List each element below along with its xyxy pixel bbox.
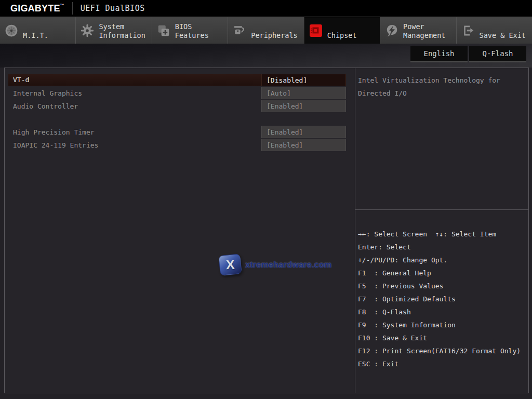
setting-value[interactable]: [Enabled] (261, 100, 346, 112)
tab-bar: M.I.T. SystemInformation BIOSFeatures Pe… (0, 17, 532, 44)
legend-line: ESC : Exit (358, 357, 528, 370)
xtremehardware-logo-icon: X (218, 254, 242, 276)
tab-chipset[interactable]: Chipset (304, 17, 380, 44)
setting-label: IOAPIC 24-119 Entries (8, 139, 261, 151)
tab-system-information[interactable]: SystemInformation (75, 17, 151, 44)
topbar-divider (72, 2, 73, 15)
setting-label: Audio Controller (8, 100, 261, 112)
tab-label: Save & Exit (480, 19, 526, 42)
item-help-text: Intel Virtualization Technology for Dire… (355, 68, 528, 100)
legend-line: F5 : Previous Values (358, 280, 528, 292)
tab-label: M.I.T. (23, 19, 48, 42)
setting-row-vt-d[interactable]: VT-d [Disabled] (8, 74, 346, 86)
setting-row-internal-graphics[interactable]: Internal Graphics [Auto] (8, 87, 346, 99)
tab-label: Chipset (327, 19, 357, 42)
help-sidebar: Intel Virtualization Technology for Dire… (355, 68, 528, 393)
quick-buttons: English Q-Flash (410, 46, 526, 62)
watermark-text: xtremehardware.com (245, 260, 331, 270)
gear-icon (81, 24, 94, 37)
bios-chips-plus-icon (157, 24, 170, 37)
tab-label: SystemInformation (99, 19, 145, 42)
legend-line: F7 : Optimized Defaults (358, 292, 528, 305)
legend-line: F10 : Save & Exit (358, 331, 528, 344)
qflash-button[interactable]: Q-Flash (469, 46, 526, 62)
legend-line: F8 : Q-Flash (358, 305, 528, 318)
chipset-red-chip-icon (309, 24, 323, 37)
tab-label: BIOSFeatures (175, 19, 209, 42)
legend-line: Enter: Select (358, 241, 528, 254)
main-panel: VT-d [Disabled] Internal Graphics [Auto]… (4, 68, 529, 393)
peripherals-mouse-icon (233, 24, 246, 37)
bios-screen: GIGABYTE™ UEFI DualBIOS M.I.T. SystemInf… (0, 0, 532, 399)
legend-line: F12 : Print Screen(FAT16/32 Format Only) (358, 344, 528, 357)
help-line: Directed I/O (358, 87, 528, 100)
setting-value[interactable]: [Enabled] (261, 139, 346, 151)
tab-peripherals[interactable]: Peripherals (228, 17, 303, 44)
setting-value[interactable]: [Enabled] (261, 126, 346, 138)
tab-save-exit[interactable]: Save & Exit (456, 17, 532, 44)
lightning-bolt-icon (385, 24, 398, 37)
tab-power-management[interactable]: PowerManagement (380, 17, 456, 44)
english-button[interactable]: English (410, 46, 468, 62)
legend-line: +/-/PU/PD: Change Opt. (358, 254, 528, 267)
tab-label: Peripherals (251, 19, 297, 42)
xtremehardware-watermark: X xtremehardware.com (219, 255, 331, 275)
help-line: Intel Virtualization Technology for (358, 74, 528, 87)
top-bar: GIGABYTE™ UEFI DualBIOS (0, 0, 532, 17)
tab-mit[interactable]: M.I.T. (0, 17, 75, 44)
tab-label: PowerManagement (403, 19, 445, 42)
legend-line: →←: Select Screen ↑↓: Select Item (358, 228, 528, 241)
brand-text: GIGABYTE (10, 3, 60, 14)
legend-line: F9 : System Information (358, 318, 528, 331)
trademark-symbol: ™ (60, 3, 64, 8)
settings-list: VT-d [Disabled] Internal Graphics [Auto]… (5, 68, 355, 393)
tab-bios-features[interactable]: BIOSFeatures (152, 17, 228, 44)
setting-label: High Precision Timer (8, 126, 261, 138)
setting-row-audio-controller[interactable]: Audio Controller [Enabled] (8, 100, 346, 112)
gigabyte-logo: GIGABYTE™ (10, 3, 64, 14)
setting-value[interactable]: [Disabled] (261, 74, 346, 86)
setting-row-high-precision-timer[interactable]: High Precision Timer [Enabled] (8, 126, 346, 138)
mit-dial-icon (5, 24, 18, 37)
legend-line: F1 : General Help (358, 267, 528, 280)
setting-row-ioapic-entries[interactable]: IOAPIC 24-119 Entries [Enabled] (8, 139, 346, 151)
setting-label: Internal Graphics (8, 87, 261, 99)
page-title: UEFI DualBIOS (81, 4, 145, 13)
exit-door-arrow-icon (461, 24, 475, 37)
setting-value[interactable]: [Auto] (261, 87, 346, 99)
setting-label: VT-d (8, 74, 261, 86)
key-legend: →←: Select Screen ↑↓: Select Item Enter:… (355, 210, 528, 370)
